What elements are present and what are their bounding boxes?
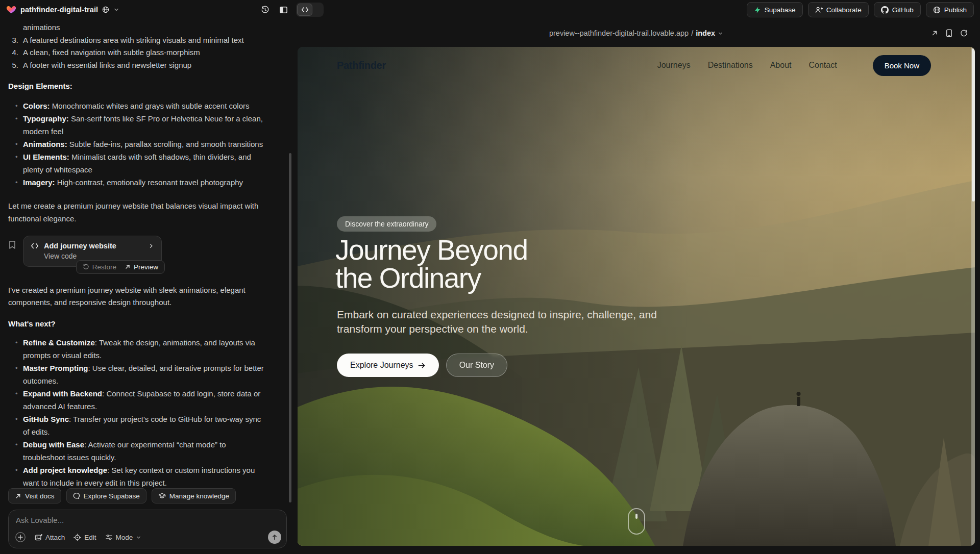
restore-preview-pill: Restore Preview [76,260,165,274]
chevron-right-icon [148,243,154,249]
hero-subtitle: Embark on curated experiences designed t… [337,308,657,336]
design-elements-heading: Design Elements: [8,80,284,92]
publish-label: Publish [944,6,967,14]
list-item: GitHub Sync: Transfer your project's cod… [8,413,270,438]
chat-bubble-icon [73,492,80,499]
graduation-cap-icon [158,492,166,499]
list-item: Imagery: High-contrast, emotionally reso… [8,176,270,189]
mode-selector[interactable]: Mode [105,534,142,541]
add-journey-website-card[interactable]: Add journey website View code Restore [23,236,162,267]
site-nav: Pathfinder Journeys Destinations About C… [298,47,975,84]
list-item: Typography: San-serif fonts like SF Pro … [8,112,270,138]
sidebar-panel-icon[interactable] [278,4,289,15]
whats-next-heading: What's next? [8,318,284,330]
assistant-paragraph: Let me create a premium journey website … [8,200,274,225]
nav-link-destinations[interactable]: Destinations [708,61,753,70]
preview-url: preview--pathfinder-digital-trail.lovabl… [549,29,689,37]
edit-label: Edit [84,534,96,541]
assistant-paragraph: I've created a premium journey website w… [8,284,274,309]
restore-label: Restore [92,263,116,271]
github-label: GitHub [892,6,914,14]
lovable-heart-logo [6,5,16,15]
arrow-right-icon [418,362,426,369]
open-external-icon[interactable] [931,30,938,37]
send-button[interactable] [268,531,281,544]
hero-headline: Journey Beyond the Ordinary [335,236,528,292]
book-now-button[interactable]: Book Now [873,55,931,76]
code-icon [297,4,312,16]
publish-button[interactable]: Publish [926,2,974,17]
attach-image-icon [35,534,42,541]
collaborate-button[interactable]: Collaborate [808,2,869,17]
site-logo[interactable]: Pathfinder [337,60,386,71]
list-item: 4.A clean, fixed navigation with subtle … [8,46,284,59]
list-item: Debug with Ease: Activate our experiment… [8,438,270,464]
nav-link-journeys[interactable]: Journeys [657,61,691,70]
edit-button[interactable]: Edit [74,534,96,541]
github-icon [881,6,889,14]
mode-label: Mode [116,534,133,541]
list-item: Animations: Subtle fade-ins, parallax sc… [8,138,270,150]
preview-page-selector[interactable]: index [696,29,715,37]
whats-next-list: Refine & Customize: Tweak the design, an… [8,336,284,489]
list-item: Colors: Monochromatic whites and grays w… [8,99,270,112]
url-separator: / [691,29,693,37]
list-item: 5.A footer with essential links and news… [8,59,284,72]
explore-supabase-button[interactable]: Explore Supabase [66,488,146,503]
manage-knowledge-button[interactable]: Manage knowledge [152,488,236,503]
preview-header-actions [931,19,968,47]
assistant-message: animations 3.A featured destinations are… [8,21,284,489]
visit-docs-label: Visit docs [25,492,55,500]
composer-toolbar: Attach Edit Mode [15,531,281,544]
code-edit-block: Add journey website View code Restore [8,236,284,267]
chevron-down-icon [113,7,119,13]
supabase-bolt-icon [754,6,761,14]
list-item: Add project knowledge: Set key context o… [8,464,270,489]
code-icon [31,243,39,249]
history-icon[interactable] [259,4,271,15]
hero-badge: Discover the extraordinary [337,216,436,232]
card-title: Add journey website [44,242,143,250]
external-arrow-icon [15,493,21,499]
chevron-down-icon [136,535,141,540]
refresh-icon[interactable] [960,30,968,37]
target-edit-icon [74,534,81,541]
quick-actions: Visit docs Explore Supabase Manage knowl… [8,488,236,503]
external-arrow-icon [125,264,131,270]
nav-link-about[interactable]: About [770,61,792,70]
chat-input[interactable] [16,516,279,524]
preview-label: Preview [134,263,158,271]
code-view-toggle[interactable] [296,3,324,17]
scroll-indicator-icon [628,508,645,535]
github-button[interactable]: GitHub [874,2,921,17]
preview-scrollbar[interactable] [971,47,975,546]
chevron-down-icon[interactable] [718,31,723,36]
chat-panel: animations 3.A featured destinations are… [0,19,293,554]
visit-docs-button[interactable]: Visit docs [8,488,61,503]
mobile-device-icon[interactable] [946,29,952,37]
preview-button[interactable]: Preview [125,263,158,271]
list-item: 3.A featured destinations area with stri… [8,34,284,47]
attach-button[interactable]: Attach [35,534,65,541]
publish-globe-icon [933,6,941,14]
project-menu[interactable]: pathfinder-digital-trail [6,5,119,15]
explore-supabase-label: Explore Supabase [84,492,140,500]
our-story-button[interactable]: Our Story [446,354,507,377]
supabase-button[interactable]: Supabase [747,2,803,17]
plus-icon[interactable] [15,532,26,543]
list-item-continuation: animations [8,21,284,34]
nav-link-contact[interactable]: Contact [808,61,837,70]
list-item: UI Elements: Minimalist cards with soft … [8,150,270,176]
preview-scrollbar-thumb[interactable] [972,48,975,202]
view-code-link[interactable]: View code [44,252,154,260]
bookmark-icon[interactable] [8,240,16,249]
restore-icon [83,264,89,270]
explore-journeys-button[interactable]: Explore Journeys [337,354,439,377]
manage-knowledge-label: Manage knowledge [169,492,229,500]
restore-button[interactable]: Restore [83,263,116,271]
attach-label: Attach [45,534,65,541]
chat-scrollbar[interactable] [289,153,291,502]
explore-journeys-label: Explore Journeys [350,361,413,370]
supabase-label: Supabase [765,6,796,14]
topbar-actions: Supabase Collaborate GitHub Publish [747,2,974,17]
